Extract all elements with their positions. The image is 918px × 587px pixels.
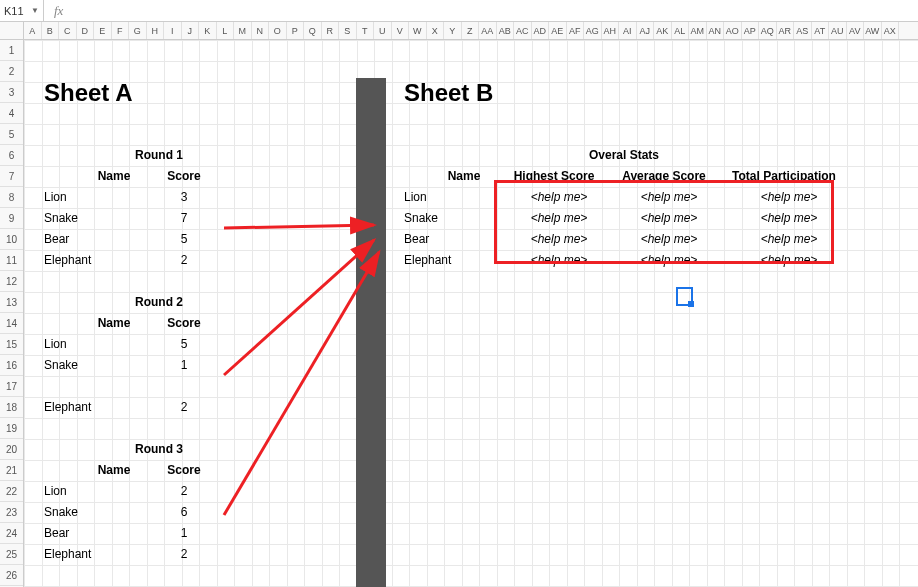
row-header-13[interactable]: 13 — [0, 292, 23, 313]
name-box[interactable]: K11 ▼ — [0, 0, 44, 22]
col-header-B[interactable]: B — [42, 22, 60, 39]
col-header-AP[interactable]: AP — [742, 22, 760, 39]
stats-row-3-avg[interactable]: <help me> — [624, 249, 714, 270]
col-header-A[interactable]: A — [24, 22, 42, 39]
round-3-row-1-name[interactable]: Snake — [42, 501, 142, 522]
col-header-E[interactable]: E — [94, 22, 112, 39]
col-header-AC[interactable]: AC — [514, 22, 532, 39]
round-2-row-1-score[interactable]: 1 — [164, 354, 204, 375]
col-header-AE[interactable]: AE — [549, 22, 567, 39]
col-header-H[interactable]: H — [147, 22, 165, 39]
row-header-9[interactable]: 9 — [0, 208, 23, 229]
round-1-label[interactable]: Round 1 — [99, 144, 219, 165]
row-header-10[interactable]: 10 — [0, 229, 23, 250]
round-1-hdr-name[interactable]: Name — [79, 165, 149, 186]
row-header-20[interactable]: 20 — [0, 439, 23, 460]
round-1-row-2-name[interactable]: Bear — [42, 228, 142, 249]
stats-row-1-name[interactable]: Snake — [402, 207, 492, 228]
stats-hdr-high[interactable]: Highest Score — [499, 165, 609, 186]
stats-row-2-tot[interactable]: <help me> — [744, 228, 834, 249]
round-1-row-1-score[interactable]: 7 — [164, 207, 204, 228]
round-1-row-0-name[interactable]: Lion — [42, 186, 142, 207]
row-header-4[interactable]: 4 — [0, 103, 23, 124]
overall-stats-label[interactable]: Overal Stats — [544, 144, 704, 165]
col-header-Y[interactable]: Y — [444, 22, 462, 39]
row-header-1[interactable]: 1 — [0, 40, 23, 61]
round-2-row-2-name[interactable] — [42, 375, 142, 396]
round-2-row-3-score[interactable]: 2 — [164, 396, 204, 417]
round-2-hdr-score[interactable]: Score — [154, 312, 214, 333]
round-3-row-3-name[interactable]: Elephant — [42, 543, 142, 564]
row-header-8[interactable]: 8 — [0, 187, 23, 208]
col-header-AR[interactable]: AR — [777, 22, 795, 39]
col-header-AH[interactable]: AH — [602, 22, 620, 39]
row-header-11[interactable]: 11 — [0, 250, 23, 271]
stats-row-3-high[interactable]: <help me> — [514, 249, 604, 270]
col-header-N[interactable]: N — [252, 22, 270, 39]
stats-row-0-name[interactable]: Lion — [402, 186, 492, 207]
col-header-AB[interactable]: AB — [497, 22, 515, 39]
col-header-M[interactable]: M — [234, 22, 252, 39]
round-2-row-2-score[interactable] — [164, 375, 204, 396]
row-header-26[interactable]: 26 — [0, 565, 23, 586]
col-header-W[interactable]: W — [409, 22, 427, 39]
spreadsheet-grid[interactable]: ABCDEFGHIJKLMNOPQRSTUVWXYZAAABACADAEAFAG… — [0, 22, 918, 587]
round-1-row-0-score[interactable]: 3 — [164, 186, 204, 207]
row-header-12[interactable]: 12 — [0, 271, 23, 292]
col-header-AO[interactable]: AO — [724, 22, 742, 39]
round-2-label[interactable]: Round 2 — [99, 291, 219, 312]
round-1-row-2-score[interactable]: 5 — [164, 228, 204, 249]
col-header-U[interactable]: U — [374, 22, 392, 39]
stats-row-1-high[interactable]: <help me> — [514, 207, 604, 228]
round-2-row-0-name[interactable]: Lion — [42, 333, 142, 354]
col-header-AA[interactable]: AA — [479, 22, 497, 39]
stats-row-1-tot[interactable]: <help me> — [744, 207, 834, 228]
stats-row-0-high[interactable]: <help me> — [514, 186, 604, 207]
col-header-AK[interactable]: AK — [654, 22, 672, 39]
col-header-O[interactable]: O — [269, 22, 287, 39]
round-3-row-2-name[interactable]: Bear — [42, 522, 142, 543]
col-header-P[interactable]: P — [287, 22, 305, 39]
col-header-R[interactable]: R — [322, 22, 340, 39]
col-header-AN[interactable]: AN — [707, 22, 725, 39]
row-header-22[interactable]: 22 — [0, 481, 23, 502]
row-header-24[interactable]: 24 — [0, 523, 23, 544]
stats-hdr-name[interactable]: Name — [429, 165, 499, 186]
col-header-AU[interactable]: AU — [829, 22, 847, 39]
row-header-17[interactable]: 17 — [0, 376, 23, 397]
col-header-Z[interactable]: Z — [462, 22, 480, 39]
row-header-23[interactable]: 23 — [0, 502, 23, 523]
col-header-T[interactable]: T — [357, 22, 375, 39]
col-header-X[interactable]: X — [427, 22, 445, 39]
col-header-AQ[interactable]: AQ — [759, 22, 777, 39]
row-header-7[interactable]: 7 — [0, 166, 23, 187]
col-header-AI[interactable]: AI — [619, 22, 637, 39]
col-header-S[interactable]: S — [339, 22, 357, 39]
col-header-AV[interactable]: AV — [847, 22, 865, 39]
round-3-hdr-score[interactable]: Score — [154, 459, 214, 480]
formula-input[interactable] — [73, 0, 918, 21]
select-all-corner[interactable] — [0, 22, 24, 39]
stats-row-3-tot[interactable]: <help me> — [744, 249, 834, 270]
col-header-V[interactable]: V — [392, 22, 410, 39]
round-3-row-0-name[interactable]: Lion — [42, 480, 142, 501]
stats-row-2-high[interactable]: <help me> — [514, 228, 604, 249]
row-header-25[interactable]: 25 — [0, 544, 23, 565]
col-header-G[interactable]: G — [129, 22, 147, 39]
round-3-hdr-name[interactable]: Name — [79, 459, 149, 480]
name-box-dropdown-icon[interactable]: ▼ — [31, 6, 39, 15]
col-header-F[interactable]: F — [112, 22, 130, 39]
row-header-18[interactable]: 18 — [0, 397, 23, 418]
col-header-AT[interactable]: AT — [812, 22, 830, 39]
col-header-L[interactable]: L — [217, 22, 235, 39]
row-header-14[interactable]: 14 — [0, 313, 23, 334]
round-1-hdr-score[interactable]: Score — [154, 165, 214, 186]
stats-row-0-avg[interactable]: <help me> — [624, 186, 714, 207]
cells-area[interactable]: Sheet A Sheet B Round 1NameScoreLion3Sna… — [24, 40, 918, 587]
col-header-AJ[interactable]: AJ — [637, 22, 655, 39]
round-2-hdr-name[interactable]: Name — [79, 312, 149, 333]
col-header-AD[interactable]: AD — [532, 22, 550, 39]
round-3-row-0-score[interactable]: 2 — [164, 480, 204, 501]
stats-hdr-avg[interactable]: Average Score — [609, 165, 719, 186]
row-header-6[interactable]: 6 — [0, 145, 23, 166]
